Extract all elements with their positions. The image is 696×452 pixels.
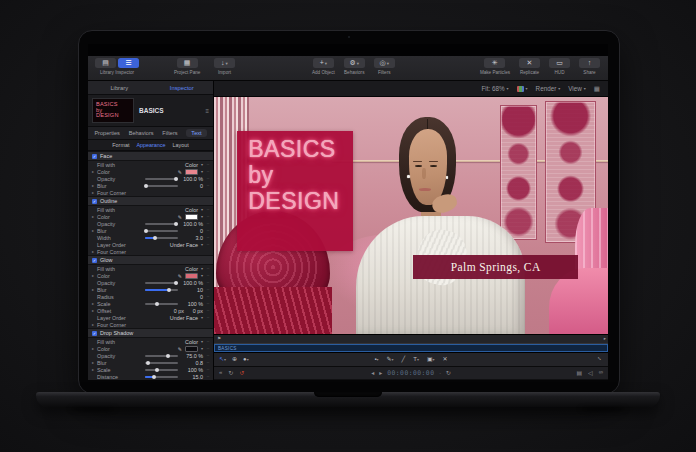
- layer-order-row[interactable]: Layer OrderUnder Face▾–: [88, 241, 213, 248]
- slider-value[interactable]: 100 %: [181, 367, 203, 373]
- slider-value[interactable]: 100.0 %: [181, 176, 203, 182]
- slider-value[interactable]: 100.0 %: [181, 221, 203, 227]
- popup-value[interactable]: Color: [176, 266, 198, 272]
- animation-menu-icon[interactable]: –: [206, 367, 210, 372]
- popup-value[interactable]: Color: [176, 339, 198, 345]
- section-header-glow[interactable]: ✓Glow: [88, 255, 213, 265]
- blur-row[interactable]: ▸Blur10–: [88, 286, 213, 293]
- color-swatch[interactable]: [185, 214, 198, 220]
- library-button[interactable]: ▤: [95, 58, 116, 68]
- text-tool[interactable]: T▾: [413, 356, 419, 362]
- subtab-appearance[interactable]: Appearance: [136, 142, 165, 148]
- eyedropper-icon[interactable]: ✎: [178, 214, 182, 220]
- marker-flag-icon[interactable]: ⚑: [217, 336, 221, 341]
- slider-track[interactable]: [145, 223, 178, 225]
- animation-menu-icon[interactable]: –: [206, 301, 210, 306]
- color-row[interactable]: ▸Color✎▾–: [88, 345, 213, 352]
- color-swatch[interactable]: [185, 273, 198, 279]
- channels-popup[interactable]: ▾: [517, 86, 528, 92]
- animation-menu-icon[interactable]: –: [206, 228, 210, 233]
- timecode-menu-icon[interactable]: -: [439, 370, 440, 375]
- animation-menu-icon[interactable]: –: [206, 294, 210, 299]
- slider-value[interactable]: 0.8: [181, 360, 203, 366]
- slider-thumb[interactable]: [174, 281, 178, 285]
- slider-track[interactable]: [145, 282, 178, 284]
- opacity-row[interactable]: Opacity100.0 %–: [88, 220, 213, 227]
- bezier-tool[interactable]: ✎▾: [387, 355, 394, 362]
- adjust-anchor-tool[interactable]: ⊕: [232, 355, 237, 362]
- section-checkbox[interactable]: ✓: [92, 154, 97, 159]
- scale-row[interactable]: ▸Scale100 %–: [88, 300, 213, 307]
- section-checkbox[interactable]: ✓: [92, 331, 97, 336]
- slider-value[interactable]: 10: [181, 287, 203, 293]
- zoom-level-popup[interactable]: Fit: 68%▾: [481, 85, 508, 92]
- replicate-button[interactable]: ✕: [519, 58, 540, 68]
- mute-button[interactable]: ◁: [588, 369, 593, 376]
- resize-handle-icon[interactable]: ↔: [596, 354, 604, 362]
- tab-behaviors[interactable]: Behaviors: [129, 130, 154, 136]
- slider-track[interactable]: [145, 237, 178, 239]
- slider-thumb[interactable]: [152, 375, 156, 379]
- record-button[interactable]: ↺: [239, 369, 244, 376]
- show-hud-button[interactable]: ▤: [576, 369, 582, 376]
- make-particles-button[interactable]: ✳: [484, 58, 505, 68]
- tab-library[interactable]: Library: [88, 81, 151, 94]
- slider-track[interactable]: [145, 185, 178, 187]
- subtab-layout[interactable]: Layout: [172, 142, 188, 148]
- fill-with-row[interactable]: Fill withColor▾–: [88, 161, 213, 168]
- animation-menu-icon[interactable]: –: [206, 169, 210, 174]
- slider-thumb[interactable]: [167, 288, 171, 292]
- animation-menu-icon[interactable]: –: [206, 214, 210, 219]
- popup-value[interactable]: Color: [176, 162, 198, 168]
- popup-value[interactable]: Under Face: [170, 242, 198, 248]
- fill-with-row[interactable]: Fill withColor▾–: [88, 338, 213, 345]
- opacity-row[interactable]: Opacity100.0 %–: [88, 175, 213, 182]
- canvas-viewport[interactable]: BASICS by DESIGN Palm Springs, CA: [214, 97, 608, 334]
- scale-row[interactable]: ▸Scale100 %–: [88, 366, 213, 373]
- offset-x-value[interactable]: 0 px: [168, 308, 184, 314]
- layout-grid-icon[interactable]: ▦: [594, 85, 600, 93]
- line-tool[interactable]: ╱: [402, 355, 406, 362]
- tab-text[interactable]: Text: [186, 129, 206, 137]
- fill-with-row[interactable]: Fill withColor▾–: [88, 265, 213, 272]
- slider-track[interactable]: [145, 355, 178, 357]
- animation-menu-icon[interactable]: –: [206, 280, 210, 285]
- slider-thumb[interactable]: [166, 354, 170, 358]
- title-graphic[interactable]: BASICS by DESIGN: [237, 131, 353, 251]
- popup-value[interactable]: Under Face: [170, 315, 198, 321]
- distance-row[interactable]: Distance15.0–: [88, 373, 213, 380]
- adjust-item-tool[interactable]: ●▾: [243, 356, 249, 362]
- animation-menu-icon[interactable]: –: [206, 315, 210, 320]
- animation-menu-icon[interactable]: –: [206, 360, 210, 365]
- shape-tool[interactable]: ▪▾: [374, 356, 378, 362]
- link-button[interactable]: ∞: [599, 369, 603, 376]
- animation-menu-icon[interactable]: –: [206, 183, 210, 188]
- slider-track[interactable]: [145, 230, 178, 232]
- mask-tool[interactable]: ▣▾: [427, 355, 435, 362]
- timecode-display[interactable]: 00:00:00:00: [387, 369, 434, 376]
- slider-track[interactable]: [145, 362, 178, 364]
- inspector-button[interactable]: ☰: [118, 58, 139, 68]
- animation-menu-icon[interactable]: –: [206, 273, 210, 278]
- tab-filters[interactable]: Filters: [162, 130, 177, 136]
- render-popup[interactable]: Render▾: [536, 85, 561, 92]
- four-corner-row[interactable]: ▸Four Corner: [88, 189, 213, 196]
- slider-track[interactable]: [145, 376, 178, 378]
- preview-menu-icon[interactable]: ≡: [205, 108, 209, 114]
- animation-menu-icon[interactable]: –: [206, 353, 210, 358]
- subtab-format[interactable]: Format: [112, 142, 129, 148]
- slider-thumb[interactable]: [174, 177, 178, 181]
- slider-thumb[interactable]: [153, 236, 157, 240]
- play-button[interactable]: ▸: [379, 369, 382, 376]
- share-button[interactable]: ↑: [579, 58, 600, 68]
- color-swatch[interactable]: [185, 169, 198, 175]
- parameter-value[interactable]: 0: [181, 294, 203, 300]
- slider-value[interactable]: 100 %: [181, 301, 203, 307]
- delete-tool[interactable]: ✕: [443, 355, 448, 362]
- tab-inspector[interactable]: Inspector: [151, 81, 214, 94]
- animation-menu-icon[interactable]: –: [206, 339, 210, 344]
- slider-thumb[interactable]: [146, 361, 150, 365]
- location-text-graphic[interactable]: Palm Springs, CA: [413, 255, 578, 279]
- eyedropper-icon[interactable]: ✎: [178, 273, 182, 279]
- eyedropper-icon[interactable]: ✎: [178, 169, 182, 175]
